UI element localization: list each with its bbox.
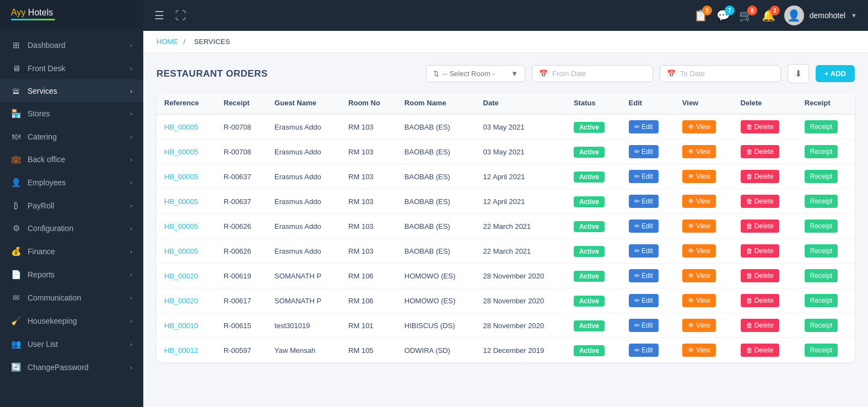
sidebar-item-housekeeping[interactable]: 🧹 Housekeeping › (0, 309, 143, 333)
cell-room-no-9: RM 105 (341, 338, 397, 363)
sidebar-item-user-list[interactable]: 👥 User List › (0, 333, 143, 356)
edit-button-6[interactable]: ✏ Edit (629, 269, 659, 282)
sidebar-item-payroll[interactable]: ₿ PayRoll › (0, 194, 143, 217)
receipt-button-7[interactable]: Receipt (805, 294, 838, 307)
edit-button-1[interactable]: ✏ Edit (629, 145, 659, 158)
delete-button-6[interactable]: 🗑 Delete (741, 269, 779, 282)
view-button-5[interactable]: 👁 View (682, 244, 716, 258)
nav-chevron-1: › (130, 65, 132, 72)
cell-view-2: 👁 View (675, 164, 733, 189)
delete-button-9[interactable]: 🗑 Delete (741, 344, 779, 357)
sidebar-item-services[interactable]: 🛎 Services › (0, 79, 143, 102)
brand-logo: Ayy Hotels (0, 0, 143, 28)
view-button-4[interactable]: 👁 View (682, 219, 716, 233)
cell-date-2: 12 April 2021 (476, 164, 566, 189)
notif-message-button[interactable]: 💬7 (716, 9, 730, 22)
receipt-button-1[interactable]: Receipt (805, 145, 838, 158)
sidebar-item-configuration[interactable]: ⚙ Configuration › (0, 217, 143, 240)
cell-receipt-action-1: Receipt (797, 140, 855, 164)
delete-button-8[interactable]: 🗑 Delete (741, 319, 779, 332)
nav-chevron-10: › (130, 271, 132, 278)
edit-button-7[interactable]: ✏ Edit (629, 294, 659, 307)
sidebar-item-reports[interactable]: 📄 Reports › (0, 263, 143, 286)
delete-button-2[interactable]: 🗑 Delete (741, 170, 779, 183)
cell-edit-3: ✏ Edit (621, 189, 675, 214)
edit-button-8[interactable]: ✏ Edit (629, 319, 659, 332)
notif-bell-button[interactable]: 🔔3 (762, 9, 775, 22)
view-button-3[interactable]: 👁 View (682, 195, 716, 208)
edit-button-5[interactable]: ✏ Edit (629, 244, 659, 258)
sidebar-item-finance[interactable]: 💰 Finance › (0, 240, 143, 263)
receipt-button-3[interactable]: Receipt (805, 195, 838, 208)
cell-room-no-5: RM 103 (341, 239, 397, 264)
user-section[interactable]: 👤 demohotel ▼ (784, 6, 857, 25)
sidebar-item-back-office[interactable]: 💼 Back office › (0, 148, 143, 171)
cell-receipt-9: R-00597 (216, 338, 267, 363)
delete-button-4[interactable]: 🗑 Delete (741, 219, 779, 233)
notif-clipboard-button[interactable]: 📋3 (694, 9, 708, 22)
receipt-button-0[interactable]: Receipt (805, 120, 838, 133)
receipt-button-2[interactable]: Receipt (805, 170, 838, 183)
sidebar-item-employees[interactable]: 👤 Employees › (0, 171, 143, 194)
menu-icon[interactable]: ☰ (154, 9, 164, 22)
view-button-8[interactable]: 👁 View (682, 319, 716, 332)
cell-room-no-8: RM 101 (341, 313, 397, 338)
notif-cart-button[interactable]: 🛒8 (739, 9, 753, 22)
sidebar-item-stores[interactable]: 🏪 Stores › (0, 102, 143, 125)
sidebar-item-front-desk[interactable]: 🖥 Front Desk › (0, 57, 143, 79)
room-select[interactable]: ⇅ -- Select Room - ▼ (426, 65, 525, 82)
sidebar-item-communication[interactable]: ✉ Communication › (0, 286, 143, 309)
delete-button-7[interactable]: 🗑 Delete (741, 294, 779, 307)
from-date-input[interactable] (552, 69, 646, 78)
reference-link-7[interactable]: HB_00020 (164, 297, 198, 305)
expand-icon[interactable]: ⛶ (175, 9, 186, 22)
table-row: HB_00012 R-00597 Yaw Mensah RM 105 ODWIR… (157, 338, 855, 363)
breadcrumb-home[interactable]: HOME (157, 38, 178, 46)
reference-link-5[interactable]: HB_00005 (164, 247, 198, 255)
edit-button-9[interactable]: ✏ Edit (629, 344, 659, 357)
sidebar-item-changepassword[interactable]: 🔄 ChangePassword › (0, 356, 143, 379)
delete-button-0[interactable]: 🗑 Delete (741, 120, 779, 133)
reference-link-1[interactable]: HB_00005 (164, 148, 198, 156)
receipt-button-4[interactable]: Receipt (805, 219, 838, 233)
view-button-2[interactable]: 👁 View (682, 170, 716, 183)
receipt-button-6[interactable]: Receipt (805, 269, 838, 282)
sidebar-nav: ⊞ Dashboard › 🖥 Front Desk › 🛎 Services … (0, 28, 143, 407)
view-button-6[interactable]: 👁 View (682, 269, 716, 282)
cell-status-3: Active (566, 189, 621, 214)
reference-link-6[interactable]: HB_00020 (164, 272, 198, 280)
view-button-1[interactable]: 👁 View (682, 145, 716, 158)
view-button-9[interactable]: 👁 View (682, 344, 716, 357)
edit-button-2[interactable]: ✏ Edit (629, 170, 659, 183)
nav-icon-14: 🔄 (11, 362, 21, 372)
nav-icon-11: ✉ (11, 293, 21, 303)
sidebar-item-catering[interactable]: 🍽 Catering › (0, 125, 143, 148)
delete-button-3[interactable]: 🗑 Delete (741, 195, 779, 208)
receipt-button-5[interactable]: Receipt (805, 244, 838, 258)
view-button-7[interactable]: 👁 View (682, 294, 716, 307)
receipt-button-8[interactable]: Receipt (805, 319, 838, 332)
reference-link-4[interactable]: HB_00005 (164, 222, 198, 231)
delete-button-1[interactable]: 🗑 Delete (741, 145, 779, 158)
reference-link-2[interactable]: HB_00005 (164, 173, 198, 181)
cell-reference-4: HB_00005 (157, 214, 216, 239)
cell-guest-4: Erasmus Addo (267, 214, 341, 239)
edit-button-0[interactable]: ✏ Edit (629, 120, 659, 133)
to-date-input[interactable] (680, 69, 774, 78)
nav-icon-1: 🖥 (11, 63, 21, 73)
sidebar-item-dashboard[interactable]: ⊞ Dashboard › (0, 34, 143, 57)
cell-guest-2: Erasmus Addo (267, 164, 341, 189)
export-button[interactable]: ⬇ (788, 64, 809, 83)
reference-link-0[interactable]: HB_00005 (164, 123, 198, 131)
edit-button-3[interactable]: ✏ Edit (629, 195, 659, 208)
edit-button-4[interactable]: ✏ Edit (629, 219, 659, 233)
delete-button-5[interactable]: 🗑 Delete (741, 244, 779, 258)
view-button-0[interactable]: 👁 View (682, 120, 716, 133)
add-button[interactable]: + ADD (816, 65, 855, 82)
reference-link-3[interactable]: HB_00005 (164, 197, 198, 206)
reference-link-9[interactable]: HB_00012 (164, 346, 198, 355)
receipt-button-9[interactable]: Receipt (805, 344, 838, 357)
reference-link-8[interactable]: HB_00010 (164, 322, 198, 330)
status-badge-6: Active (574, 271, 605, 282)
status-badge-5: Active (574, 246, 605, 257)
